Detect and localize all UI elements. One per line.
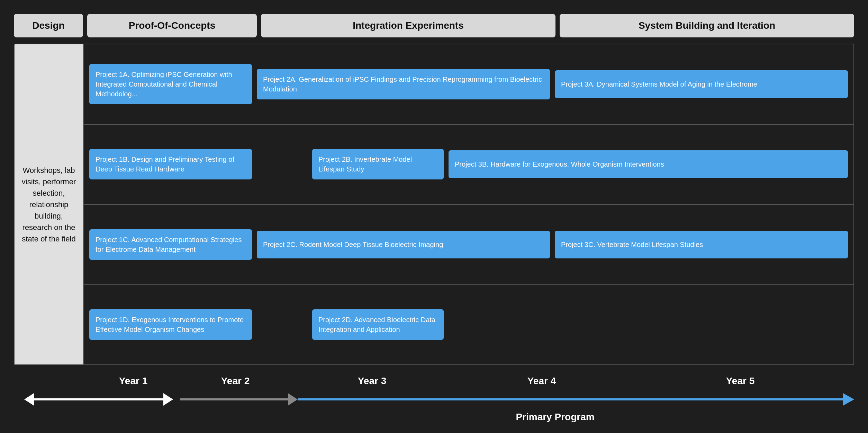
header-system: System Building and Iteration [560, 14, 854, 37]
header-integration: Integration Experiments [261, 14, 555, 37]
header-design: Design [14, 14, 83, 37]
project-row-a: Project 1A. Optimizing iPSC Generation w… [84, 44, 853, 125]
year3-label: Year 3 [287, 375, 457, 387]
arrow-right-head-blue [843, 393, 854, 406]
project-row-d: Project 1D. Exogenous Interventions to P… [84, 285, 853, 365]
project-2d-card: Project 2D. Advanced Bioelectric Data In… [312, 309, 444, 340]
project-1b-card: Project 1B. Design and Preliminary Testi… [89, 149, 252, 179]
design-column: Workshops, lab visits, performer selecti… [15, 44, 84, 364]
header-poc-label: Proof-Of-Concepts [129, 20, 215, 31]
project-1a-label: Project 1A. Optimizing iPSC Generation w… [96, 70, 246, 99]
project-1c-label: Project 1C. Advanced Computational Strat… [96, 235, 246, 254]
year4-label: Year 4 [457, 375, 626, 387]
grid-area: Workshops, lab visits, performer selecti… [14, 44, 854, 365]
project-3b-label: Project 3B. Hardware for Exogenous, Whol… [455, 159, 664, 169]
project-3a-card: Project 3A. Dynamical Systems Model of A… [555, 70, 848, 98]
arrow-left-head-white [24, 393, 34, 406]
project-1d-label: Project 1D. Exogenous Interventions to P… [96, 315, 246, 334]
arrow-year345 [298, 393, 854, 406]
arrow-year1 [24, 393, 173, 406]
project-2d-label: Project 2D. Advanced Bioelectric Data In… [318, 315, 437, 334]
project-3c-label: Project 3C. Vertebrate Model Lifespan St… [561, 240, 703, 249]
arrow-right-head-white [163, 393, 173, 406]
project-1b-label: Project 1B. Design and Preliminary Testi… [96, 154, 246, 174]
primary-program-label: Primary Program [14, 412, 854, 423]
project-row-c: Project 1C. Advanced Computational Strat… [84, 205, 853, 285]
timeline-arrows [14, 391, 854, 408]
project-3a-label: Project 3A. Dynamical Systems Model of A… [561, 79, 757, 89]
project-2b-card: Project 2B. Invertebrate Model Lifespan … [312, 149, 444, 179]
year5-label: Year 5 [626, 375, 854, 387]
project-3c-card: Project 3C. Vertebrate Model Lifespan St… [555, 231, 848, 258]
project-1a-card: Project 1A. Optimizing iPSC Generation w… [89, 64, 252, 104]
main-container: Design Proof-Of-Concepts Integration Exp… [0, 0, 868, 433]
year-labels: Year 1 Year 2 Year 3 Year 4 Year 5 [14, 375, 854, 387]
header-poc: Proof-Of-Concepts [87, 14, 257, 37]
project-3b-card: Project 3B. Hardware for Exogenous, Whol… [449, 150, 848, 178]
project-2c-label: Project 2C. Rodent Model Deep Tissue Bio… [263, 240, 443, 249]
project-1c-card: Project 1C. Advanced Computational Strat… [89, 229, 252, 260]
rows-container: Project 1A. Optimizing iPSC Generation w… [84, 44, 853, 364]
header-system-label: System Building and Iteration [639, 20, 775, 31]
project-2a-card: Project 2A. Generalization of iPSC Findi… [257, 69, 550, 99]
project-2a-label: Project 2A. Generalization of iPSC Findi… [263, 74, 544, 94]
project-1d-card: Project 1D. Exogenous Interventions to P… [89, 309, 252, 340]
project-2c-card: Project 2C. Rodent Model Deep Tissue Bio… [257, 231, 550, 258]
arrow-body-white [34, 398, 163, 400]
year2-label: Year 2 [183, 375, 287, 387]
timeline-section: Year 1 Year 2 Year 3 Year 4 Year 5 [14, 372, 854, 426]
design-description: Workshops, lab visits, performer selecti… [21, 165, 76, 245]
arrow-body-gray [180, 398, 288, 400]
arrow-body-blue [298, 398, 843, 400]
header-row: Design Proof-Of-Concepts Integration Exp… [14, 14, 854, 37]
arrow-year2 [180, 393, 298, 406]
project-row-b: Project 1B. Design and Preliminary Testi… [84, 125, 853, 205]
year1-label: Year 1 [83, 375, 183, 387]
header-design-label: Design [32, 20, 64, 31]
header-integration-label: Integration Experiments [353, 20, 464, 31]
arrow-right-head-gray [288, 393, 298, 406]
project-2b-label: Project 2B. Invertebrate Model Lifespan … [318, 154, 437, 174]
